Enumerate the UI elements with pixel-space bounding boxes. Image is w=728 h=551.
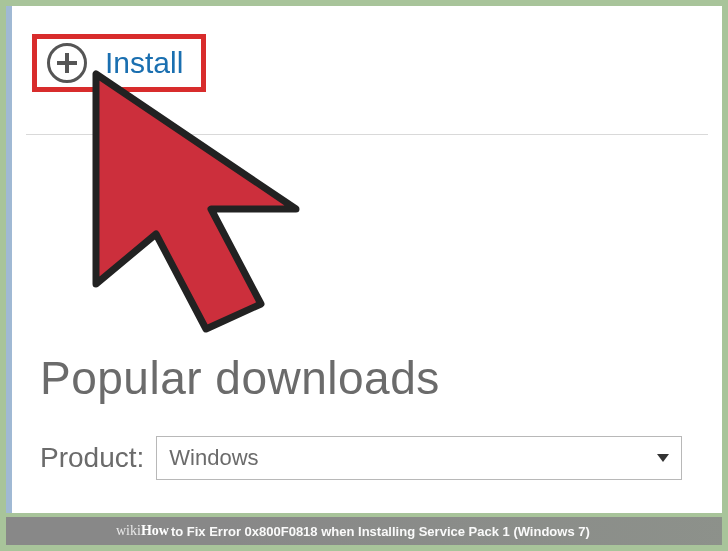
caption-brand-b: How [141,523,169,539]
caption-bar: wikiHow to Fix Error 0x800F0818 when Ins… [6,517,722,545]
popular-downloads-heading: Popular downloads [40,351,440,405]
product-row: Product: Windows [40,436,682,480]
product-select[interactable]: Windows [156,436,682,480]
install-label: Install [105,46,183,80]
chevron-down-icon [657,454,669,462]
product-selected-value: Windows [169,445,258,471]
divider [26,134,708,135]
cursor-arrow-icon [76,64,356,344]
plus-icon [47,43,87,83]
product-label: Product: [40,442,144,474]
install-button[interactable]: Install [32,34,206,92]
caption-text: to Fix Error 0x800F0818 when Installing … [171,524,590,539]
caption-brand-a: wiki [116,523,141,539]
content-panel: Install Popular downloads Product: Windo… [6,6,722,513]
